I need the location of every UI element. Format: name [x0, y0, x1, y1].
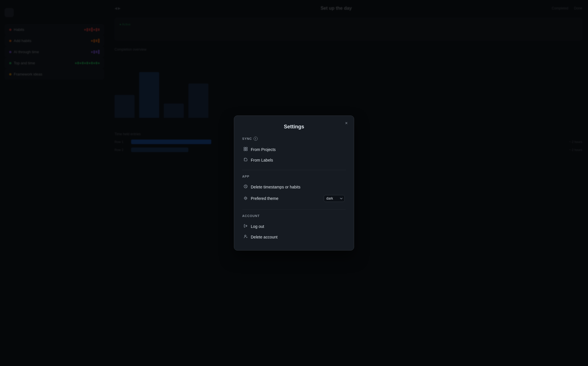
menu-item-from-labels[interactable]: From Labels: [242, 155, 346, 165]
section-label-text-app: APP: [242, 175, 249, 178]
modal-overlay: × Settings SYNCi From Projects From Labe…: [0, 0, 588, 366]
menu-item-left-preferred-theme: Prefered theme: [243, 196, 279, 201]
section-divider: [242, 209, 346, 210]
menu-item-from-projects[interactable]: From Projects: [242, 144, 346, 155]
section-label-text-sync: SYNC: [242, 137, 252, 140]
menu-item-left-log-out: Log out: [243, 224, 264, 229]
modal-title: Settings: [242, 124, 346, 130]
menu-item-preferred-theme[interactable]: Prefered themedarklightsystem: [242, 192, 346, 205]
menu-item-left-delete-timestamps: Delete timestamps or habits: [243, 184, 301, 189]
menu-item-left-from-labels: From Labels: [243, 158, 273, 162]
delete-account-icon: [243, 234, 248, 239]
from-labels-label: From Labels: [251, 158, 273, 162]
menu-item-left-delete-account: Delete account: [243, 234, 277, 239]
menu-item-left-from-projects: From Projects: [243, 147, 276, 152]
preferred-theme-label: Prefered theme: [251, 196, 279, 201]
svg-point-4: [245, 159, 245, 159]
settings-modal: × Settings SYNCi From Projects From Labe…: [234, 116, 354, 250]
menu-item-delete-timestamps[interactable]: Delete timestamps or habits: [242, 182, 346, 192]
section-label-sync: SYNCi: [242, 137, 346, 141]
from-projects-icon: [243, 147, 248, 152]
delete-account-label: Delete account: [251, 235, 277, 239]
menu-item-log-out[interactable]: Log out: [242, 221, 346, 232]
log-out-label: Log out: [251, 224, 264, 229]
svg-rect-3: [246, 149, 247, 151]
preferred-theme-icon: [243, 196, 248, 201]
svg-point-7: [245, 235, 246, 236]
from-projects-label: From Projects: [251, 147, 276, 152]
menu-item-delete-account[interactable]: Delete account: [242, 232, 346, 242]
close-button[interactable]: ×: [343, 120, 350, 127]
modal-sections: SYNCi From Projects From LabelsAPP Delet…: [242, 137, 346, 242]
log-out-icon: [243, 224, 248, 229]
delete-timestamps-icon: [243, 184, 248, 189]
section-label-account: ACCOUNT: [242, 214, 346, 218]
section-label-text-account: ACCOUNT: [242, 214, 260, 218]
svg-rect-2: [244, 149, 245, 151]
info-icon[interactable]: i: [254, 137, 258, 141]
section-label-app: APP: [242, 175, 346, 178]
section-divider: [242, 170, 346, 170]
from-labels-icon: [243, 158, 248, 162]
svg-rect-1: [246, 147, 247, 149]
theme-select[interactable]: darklightsystem: [324, 195, 345, 202]
svg-rect-0: [244, 147, 245, 149]
delete-timestamps-label: Delete timestamps or habits: [251, 185, 301, 189]
